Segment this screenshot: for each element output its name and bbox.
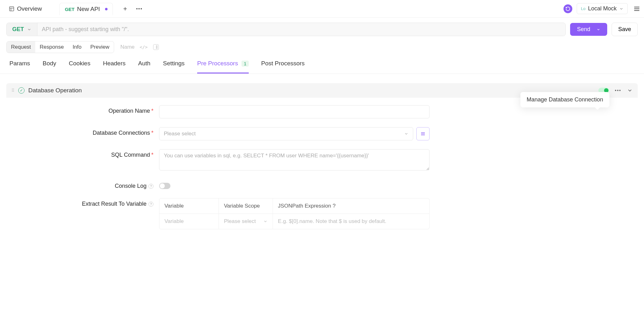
chevron-down-icon [597, 28, 600, 31]
db-connection-select[interactable]: Please select [159, 127, 413, 140]
th-jsonpath: JSONPath Expression ? [273, 198, 429, 214]
tab-method-label: GET [65, 7, 75, 12]
manage-db-button[interactable] [416, 127, 430, 140]
operation-name-input[interactable] [159, 105, 430, 118]
view-tab-preview[interactable]: Preview [86, 41, 114, 53]
tab-overview[interactable]: Overview [4, 3, 47, 15]
console-log-toggle[interactable] [159, 183, 170, 189]
help-icon[interactable]: ? [148, 202, 153, 207]
environment-select[interactable]: Lo Local Mock [577, 3, 628, 14]
manage-db-tooltip: Manage Database Connection [520, 92, 609, 107]
env-label: Local Mock [588, 5, 617, 12]
panel-title: Database Operation [28, 87, 82, 94]
subtab-cookies[interactable]: Cookies [69, 60, 91, 73]
subtab-headers[interactable]: Headers [103, 60, 125, 73]
tab-overview-label: Overview [17, 5, 42, 12]
env-prefix: Lo [581, 6, 585, 11]
code-icon[interactable]: </> [140, 45, 147, 50]
send-label: Send [577, 26, 590, 33]
drag-handle-icon[interactable]: ⠿ [11, 88, 14, 93]
subtab-auth[interactable]: Auth [138, 60, 150, 73]
label-console-log: Console Log? [11, 180, 159, 189]
subtab-pre-label: Pre Processors [197, 60, 238, 67]
th-scope: Variable Scope [219, 198, 273, 214]
help-icon[interactable]: ? [333, 203, 336, 209]
refresh-icon [565, 6, 570, 11]
pre-processors-badge: 1 [242, 61, 248, 67]
hamburger-icon [633, 5, 640, 12]
help-icon[interactable]: ? [148, 184, 153, 189]
database-operation-panel: ⠿ ✓ Database Operation ••• Operation Nam… [6, 83, 638, 251]
label-operation-name: Operation Name* [11, 105, 159, 114]
row-db-connections: Database Connections* Please select [11, 127, 633, 140]
check-circle-icon: ✓ [18, 87, 25, 94]
label-db-connections: Database Connections* [11, 127, 159, 136]
chevron-down-icon [619, 7, 624, 11]
chevron-down-icon [404, 132, 408, 136]
subtab-params[interactable]: Params [9, 60, 30, 73]
method-url-wrap: GET [6, 23, 566, 36]
view-segment: Request Response Info Preview [6, 41, 114, 53]
refresh-button[interactable] [564, 4, 572, 13]
row-extract-result: Extract Result To Variable? Variable Var… [11, 198, 633, 229]
chevron-down-icon[interactable] [627, 88, 633, 93]
plus-icon [122, 6, 128, 12]
view-tabs: Request Response Info Preview Name </> [0, 41, 644, 53]
subtab-post-processors[interactable]: Post Processors [261, 60, 305, 73]
panel-toggle-button[interactable] [153, 44, 159, 50]
view-tab-request[interactable]: Request [7, 41, 35, 53]
panel-icon [9, 6, 14, 12]
name-label: Name [120, 44, 135, 50]
panel-more-button[interactable]: ••• [615, 88, 621, 93]
tab-new-api[interactable]: GET New API [59, 3, 113, 15]
chevron-down-icon [27, 27, 31, 32]
view-tab-response[interactable]: Response [35, 41, 68, 53]
add-tab-button[interactable] [119, 4, 131, 14]
save-button[interactable]: Save [612, 23, 638, 36]
request-sub-tabs: Params Body Cookies Headers Auth Setting… [0, 53, 644, 74]
request-bar: GET Send Save [0, 18, 644, 41]
jsonpath-input[interactable] [275, 216, 427, 226]
chevron-down-icon [263, 219, 268, 224]
label-sql-command: SQL Command* [11, 149, 159, 158]
extract-result-table: Variable Variable Scope JSONPath Express… [159, 198, 430, 229]
table-row: Please select [159, 214, 429, 229]
label-extract-result: Extract Result To Variable? [11, 198, 159, 207]
http-method-select[interactable]: GET [7, 23, 37, 36]
menu-button[interactable] [633, 5, 640, 12]
tab-api-title: New API [77, 6, 100, 13]
unsaved-dot-icon [105, 8, 108, 10]
top-bar: Overview GET New API ••• Lo Local Mock [0, 0, 644, 18]
view-tab-info[interactable]: Info [68, 41, 86, 53]
row-sql-command: SQL Command* [11, 149, 633, 171]
subtab-body[interactable]: Body [42, 60, 56, 73]
list-icon [420, 131, 426, 137]
row-console-log: Console Log? [11, 180, 633, 189]
url-input[interactable] [37, 23, 565, 36]
subtab-pre-processors[interactable]: Pre Processors 1 [197, 60, 249, 73]
send-button[interactable]: Send [570, 23, 607, 36]
scope-placeholder: Please select [224, 218, 256, 225]
db-select-placeholder: Please select [164, 131, 196, 137]
subtab-settings[interactable]: Settings [163, 60, 185, 73]
tab-more-button[interactable]: ••• [136, 6, 143, 11]
variable-name-input[interactable] [162, 216, 216, 226]
th-variable: Variable [159, 198, 219, 214]
panel-body: Operation Name* Manage Database Connecti… [6, 98, 638, 251]
sql-command-input[interactable] [159, 149, 430, 171]
method-value: GET [12, 26, 24, 33]
svg-rect-0 [9, 7, 14, 11]
variable-scope-select[interactable]: Please select [221, 216, 270, 226]
